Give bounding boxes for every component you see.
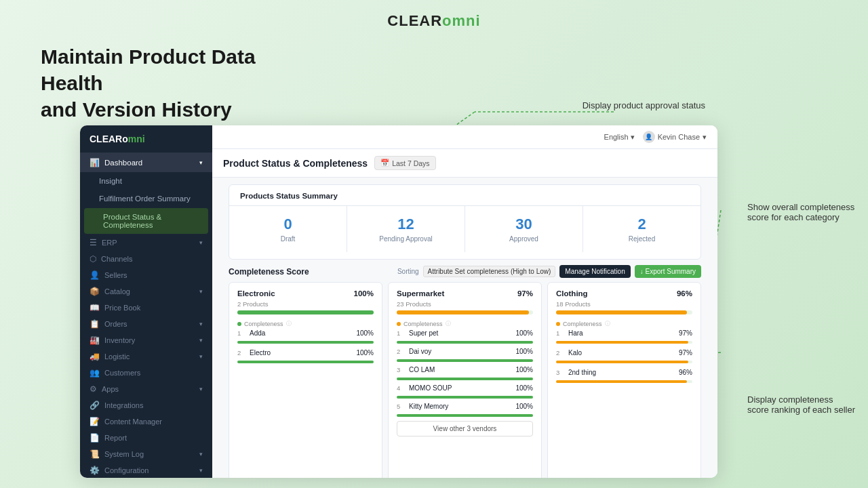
sidebar-item-report[interactable]: 📄 Report: [80, 430, 212, 446]
sidebar-label-channels: Channels: [101, 255, 132, 263]
sidebar-logo: CLEARomni: [80, 125, 212, 153]
annotation-approval: Display product approval status: [583, 100, 705, 110]
sidebar-item-customers[interactable]: 👥 Customers: [80, 365, 212, 381]
pending-value: 12: [358, 216, 454, 233]
chevron-catalog: ▾: [199, 288, 203, 295]
cat-name-electronic: Electronic: [237, 289, 275, 298]
annotation-completeness: Show overall completeness score for each…: [747, 202, 856, 222]
export-summary-button[interactable]: ↓ Export Summary: [635, 265, 701, 278]
erp-icon: ☰: [90, 238, 97, 247]
sidebar-item-systemlog[interactable]: 📜 System Log ▾: [80, 446, 212, 462]
configuration-icon: ⚙️: [90, 466, 100, 475]
status-card-rejected: 2 Rejected: [583, 206, 701, 252]
sidebar-label-orders: Orders: [104, 320, 127, 328]
chevron-configuration: ▾: [199, 467, 203, 474]
language-chevron: ▾: [631, 133, 635, 142]
cat-pct-clothing: 96%: [677, 289, 692, 298]
sidebar-item-sellers[interactable]: 👤 Sellers: [80, 267, 212, 283]
date-range-badge[interactable]: 📅 Last 7 Days: [374, 156, 435, 170]
sidebar-label-sellers: Sellers: [104, 271, 127, 279]
sidebar-logo-clear: CLEARo: [90, 134, 128, 144]
customers-icon: 👥: [90, 368, 100, 378]
sidebar-item-orders[interactable]: 📋 Orders ▾: [80, 316, 212, 332]
vendor-row-clothing-1: 1Hara97%: [556, 329, 692, 344]
category-col-clothing: Clothing 96% 18 Products Completeness ⓘ …: [547, 282, 701, 478]
completeness-header: Completeness Score Sorting Attribute Set…: [229, 265, 701, 278]
report-icon: 📄: [90, 433, 100, 443]
brand-clear: CLEAR: [387, 12, 442, 29]
pricebook-icon: 📖: [90, 303, 100, 312]
category-col-supermarket: Supermarket 97% 23 Products Completeness…: [388, 282, 542, 478]
sidebar-label-report: Report: [104, 434, 127, 442]
view-others-button[interactable]: View other 3 vendors: [397, 421, 533, 436]
completeness-section: Completeness Score Sorting Attribute Set…: [229, 265, 701, 478]
sidebar-label-pricebook: Price Book: [104, 304, 140, 312]
logistic-icon: 🚚: [90, 352, 100, 361]
sidebar-item-inventory[interactable]: 🏭 Inventory ▾: [80, 332, 212, 348]
manage-notification-button[interactable]: Manage Notification: [559, 265, 630, 278]
main-content: English ▾ 👤 Kevin Chase ▾ Product Status…: [212, 125, 717, 478]
sidebar-item-insight[interactable]: Insight: [80, 172, 212, 190]
integrations-icon: 🔗: [90, 401, 100, 410]
hero-line1: Maintain Product Data Health: [41, 43, 312, 96]
sidebar-item-integrations[interactable]: 🔗 Integrations: [80, 397, 212, 413]
top-brand: CLEARomni: [0, 0, 868, 37]
pending-label: Pending Approval: [358, 235, 454, 243]
sidebar-item-catalog[interactable]: 📦 Catalog ▾: [80, 283, 212, 300]
dashboard-icon: 📊: [90, 158, 100, 167]
sellers-icon: 👤: [90, 270, 100, 280]
sidebar-item-dashboard[interactable]: 📊 Dashboard ▾: [80, 153, 212, 172]
channels-icon: ⬡: [90, 254, 96, 264]
chevron-orders: ▾: [199, 321, 203, 327]
avatar: 👤: [643, 131, 655, 143]
chevron-apps: ▾: [199, 386, 203, 392]
user-name: Kevin Chase: [658, 133, 700, 141]
user-menu[interactable]: 👤 Kevin Chase ▾: [643, 131, 707, 143]
sidebar-item-configuration[interactable]: ⚙️ Configuration ▾: [80, 462, 212, 478]
chevron-dashboard: ▾: [199, 159, 203, 166]
sidebar-item-content-manager[interactable]: 📝 Content Manager: [80, 413, 212, 430]
vendor-row-supermarket-3: 3CO LAM100%: [397, 366, 533, 380]
status-summary: Products Status Summary 0 Draft 12 Pendi…: [229, 184, 701, 260]
page-title: Product Status & Completeness: [223, 158, 368, 169]
date-range-label: Last 7 Days: [392, 159, 429, 167]
cat-name-supermarket: Supermarket: [397, 289, 444, 298]
orders-icon: 📋: [90, 319, 100, 329]
page-header: Product Status & Completeness 📅 Last 7 D…: [212, 149, 717, 178]
sidebar-label-content-manager: Content Manager: [104, 418, 162, 426]
app-window: CLEARomni 📊 Dashboard ▾ Insight Fulfilme…: [80, 125, 717, 478]
vendor-row-clothing-3: 32nd thing96%: [556, 369, 692, 383]
sidebar-label-logistic: Logistic: [104, 352, 130, 361]
status-card-draft: 0 Draft: [229, 206, 347, 252]
sort-label: Sorting: [397, 268, 419, 275]
sidebar-label-customers: Customers: [104, 369, 140, 377]
calendar-icon: 📅: [380, 159, 389, 167]
sidebar-item-logistic[interactable]: 🚚 Logistic ▾: [80, 348, 212, 365]
content-manager-icon: 📝: [90, 417, 100, 426]
user-chevron: ▾: [703, 133, 707, 142]
hero-line2: and Version History: [41, 96, 312, 123]
status-cards: 0 Draft 12 Pending Approval 30 Approved …: [229, 205, 701, 252]
sort-value[interactable]: Attribute Set completeness (High to Low): [423, 266, 556, 277]
category-col-electronic: Electronic 100% 2 Products Completeness …: [229, 282, 382, 478]
sidebar-label-integrations: Integrations: [104, 401, 143, 409]
vendor-row-electronic-1: 1 Adda 100%: [237, 329, 374, 344]
sidebar-item-fulfilment[interactable]: Fulfilment Order Summary: [80, 190, 212, 207]
cat-pct-supermarket: 97%: [517, 289, 533, 298]
systemlog-icon: 📜: [90, 449, 100, 459]
sidebar-label-systemlog: System Log: [104, 450, 144, 458]
sidebar-item-erp[interactable]: ☰ ERP ▾: [80, 235, 212, 251]
chevron-systemlog: ▾: [199, 451, 203, 458]
sidebar-item-apps[interactable]: ⚙ Apps ▾: [80, 381, 212, 397]
sidebar-item-pricebook[interactable]: 📖 Price Book: [80, 300, 212, 316]
draft-label: Draft: [240, 235, 336, 243]
sidebar-label-inventory: Inventory: [104, 336, 135, 344]
hero-text: Maintain Product Data Health and Version…: [0, 37, 353, 123]
sidebar-item-channels[interactable]: ⬡ Channels: [80, 251, 212, 267]
sidebar-item-product-status[interactable]: Product Status & Completeness: [84, 208, 208, 234]
language-selector[interactable]: English ▾: [604, 133, 635, 142]
catalog-icon: 📦: [90, 287, 100, 296]
vendor-row-supermarket-2: 2Dai voy100%: [397, 348, 533, 362]
sidebar-label-fulfilment: Fulfilment Order Summary: [99, 195, 191, 203]
chevron-inventory: ▾: [199, 337, 203, 344]
